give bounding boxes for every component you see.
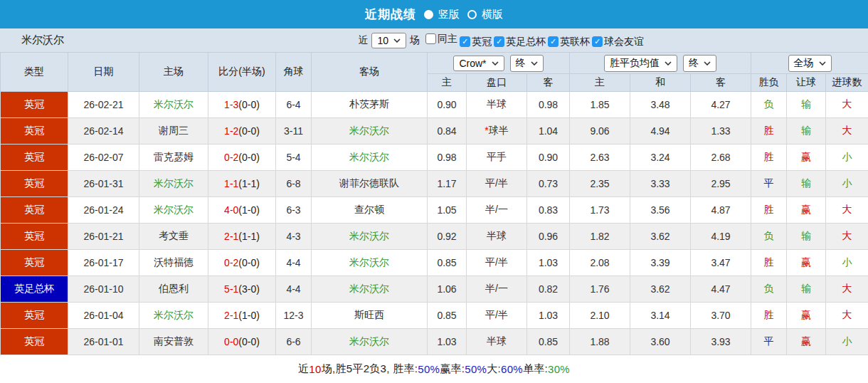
match-row: 英冠26-01-01南安普敦0-0(0-0)6-6米尔沃尔1.03半球0.851… bbox=[1, 329, 868, 355]
odds-away-cell: 0.98 bbox=[527, 92, 570, 118]
corners-cell: 12-3 bbox=[276, 303, 312, 329]
result-badge: 负 bbox=[751, 276, 787, 303]
avg-win-cell: 2.08 bbox=[570, 250, 630, 276]
odds-stage-select[interactable]: 终 bbox=[510, 55, 544, 72]
handicap-value: 半球 bbox=[487, 335, 507, 347]
match-count-select[interactable]: 10 bbox=[371, 33, 406, 48]
odds-away-cell: 0.73 bbox=[527, 171, 570, 197]
result-badge: 负 bbox=[751, 224, 787, 250]
score-cell: 2-1(1-1) bbox=[208, 224, 276, 250]
filter-item: 同主 bbox=[425, 33, 457, 46]
handicap-result-badge: 输 bbox=[787, 276, 826, 303]
away-team: 米尔沃尔 bbox=[312, 329, 428, 355]
avg-lose-cell: 2.95 bbox=[691, 171, 751, 197]
handicap-value: 半球 bbox=[487, 98, 507, 110]
avg-lose-cell: 1.33 bbox=[691, 118, 751, 145]
goals-result-badge: 大 bbox=[826, 276, 868, 303]
recent-results-panel: 近期战绩 竖版 横版 米尔沃尔 近 10 场 同主✓英冠✓英足总杯✓英联杯✓球会… bbox=[0, 0, 868, 383]
handicap-result-badge: 输 bbox=[787, 92, 826, 118]
sub-header-odds-home: 主 bbox=[428, 74, 467, 92]
filter-item: ✓球会友谊 bbox=[592, 36, 644, 48]
avg-win-cell: 2.35 bbox=[570, 171, 630, 197]
handicap-result-badge: 赢 bbox=[787, 250, 826, 276]
summary-segment: 赢率: bbox=[440, 362, 465, 376]
fulltime-score: 5-1 bbox=[224, 283, 238, 295]
fulltime-score: 1-3 bbox=[224, 99, 238, 110]
halftime-score: (0-0) bbox=[238, 336, 260, 347]
horizontal-layout-label[interactable]: 横版 bbox=[482, 8, 503, 21]
date-cell: 26-02-07 bbox=[68, 145, 139, 171]
date-cell: 26-01-04 bbox=[68, 303, 139, 329]
filter-label: 英足总杯 bbox=[506, 36, 546, 48]
summary-segment: 50% bbox=[465, 363, 487, 375]
result-badge: 胜 bbox=[751, 303, 787, 329]
league-cell: 英冠 bbox=[1, 329, 68, 355]
corners-cell: 6-8 bbox=[276, 171, 312, 197]
vertical-layout-label[interactable]: 竖版 bbox=[438, 8, 460, 21]
checkbox-checked-icon[interactable]: ✓ bbox=[592, 36, 603, 47]
avg-draw-cell: 3.60 bbox=[630, 329, 691, 355]
avg-draw-cell: 3.56 bbox=[630, 197, 691, 224]
handicap-cell: 半球 bbox=[467, 329, 527, 355]
match-count-value: 10 bbox=[377, 35, 388, 46]
home-team: 米尔沃尔 bbox=[139, 197, 208, 224]
checkbox-unchecked-icon[interactable] bbox=[425, 33, 436, 44]
home-team: 谢周三 bbox=[139, 118, 208, 145]
corners-cell: 4-3 bbox=[276, 224, 312, 250]
avg-win-cell: 2.10 bbox=[570, 303, 630, 329]
goals-result-badge: 大 bbox=[826, 118, 868, 145]
match-row: 英冠26-01-24米尔沃尔4-0(1-0)6-3查尔顿1.05半/一0.831… bbox=[1, 197, 868, 224]
handicap-value: 平手 bbox=[487, 151, 507, 162]
vertical-layout-radio[interactable] bbox=[424, 10, 433, 19]
results-table: 类型 日期 主场 比分(半场) 角球 客场 Crow* 终 bbox=[0, 52, 868, 355]
date-cell: 26-01-17 bbox=[68, 250, 139, 276]
corners-cell: 6-3 bbox=[276, 197, 312, 224]
avg-win-cell: 1.82 bbox=[570, 224, 630, 250]
home-team: 沃特福德 bbox=[139, 250, 208, 276]
league-cell: 英足总杯 bbox=[1, 276, 68, 303]
checkbox-checked-icon[interactable]: ✓ bbox=[548, 36, 559, 47]
scope-select[interactable]: 全场 bbox=[788, 55, 832, 72]
filter-label: 同主 bbox=[438, 33, 457, 46]
avg-draw-cell: 3.62 bbox=[630, 276, 691, 303]
score-cell: 0-2(0-0) bbox=[208, 145, 276, 171]
away-team: 米尔沃尔 bbox=[312, 224, 428, 250]
corners-cell: 3-11 bbox=[276, 118, 312, 145]
avg-type-select[interactable]: 胜平负均值 bbox=[604, 55, 677, 72]
handicap-cell: 半球 bbox=[467, 224, 527, 250]
odds-home-cell: 1.03 bbox=[428, 329, 467, 355]
handicap-result-badge: 输 bbox=[787, 224, 826, 250]
league-cell: 英冠 bbox=[1, 250, 68, 276]
col-header-corners: 角球 bbox=[276, 53, 312, 92]
avg-stage-value: 终 bbox=[689, 57, 699, 70]
avg-lose-cell: 3.93 bbox=[691, 329, 751, 355]
score-cell: 0-0(0-0) bbox=[208, 329, 276, 355]
league-cell: 英冠 bbox=[1, 118, 68, 145]
odds-stage-value: 终 bbox=[516, 57, 526, 70]
avg-type-value: 胜平负均值 bbox=[610, 57, 660, 70]
odds-company-select[interactable]: Crow* bbox=[453, 56, 504, 71]
handicap-result-badge: 赢 bbox=[787, 197, 826, 224]
goals-result-badge: 小 bbox=[826, 329, 868, 355]
filter-bar: 米尔沃尔 近 10 场 同主✓英冠✓英足总杯✓英联杯✓球会友谊 bbox=[0, 28, 868, 52]
handicap-value: 半/一 bbox=[485, 283, 508, 294]
checkbox-checked-icon[interactable]: ✓ bbox=[494, 36, 504, 47]
home-team: 米尔沃尔 bbox=[139, 171, 208, 197]
col-header-score: 比分(半场) bbox=[208, 53, 276, 92]
avg-win-cell: 9.06 bbox=[570, 118, 630, 145]
date-cell: 26-01-10 bbox=[68, 276, 139, 303]
fulltime-score: 4-0 bbox=[224, 204, 238, 216]
away-team: 斯旺西 bbox=[312, 303, 428, 329]
near-label: 近 bbox=[358, 34, 368, 47]
result-badge: 胜 bbox=[751, 197, 787, 224]
away-team: 查尔顿 bbox=[312, 197, 428, 224]
avg-lose-cell: 3.47 bbox=[691, 250, 751, 276]
odds-home-cell: 1.17 bbox=[428, 171, 467, 197]
score-cell: 4-0(1-0) bbox=[208, 197, 276, 224]
fulltime-score: 2-1 bbox=[224, 310, 238, 321]
goals-result-badge: 小 bbox=[826, 250, 868, 276]
chevron-down-icon bbox=[531, 61, 538, 65]
horizontal-layout-radio[interactable] bbox=[467, 10, 477, 19]
avg-stage-select[interactable]: 终 bbox=[683, 55, 716, 72]
checkbox-checked-icon[interactable]: ✓ bbox=[460, 36, 470, 47]
